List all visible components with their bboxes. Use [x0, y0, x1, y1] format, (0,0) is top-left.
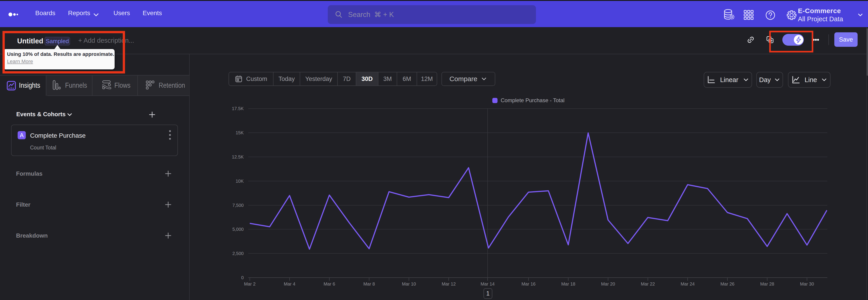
svg-text:Mar 14: Mar 14	[480, 281, 495, 287]
svg-text:Mar 12: Mar 12	[442, 281, 456, 287]
svg-text:Mar 20: Mar 20	[601, 281, 615, 287]
svg-text:Mar 24: Mar 24	[681, 281, 694, 287]
svg-text:0: 0	[241, 275, 244, 280]
svg-text:Mar 18: Mar 18	[561, 281, 575, 287]
svg-text:Mar 10: Mar 10	[402, 281, 416, 287]
svg-text:Mar 26: Mar 26	[720, 281, 735, 287]
svg-text:Mar 8: Mar 8	[363, 281, 375, 287]
svg-text:12.5K: 12.5K	[232, 154, 244, 159]
svg-text:5,000: 5,000	[232, 227, 244, 232]
svg-text:Mar 30: Mar 30	[800, 281, 814, 287]
svg-text:Mar 2: Mar 2	[244, 281, 255, 287]
svg-text:Mar 6: Mar 6	[323, 281, 335, 287]
svg-text:Mar 22: Mar 22	[641, 281, 655, 287]
svg-text:10K: 10K	[236, 179, 244, 184]
svg-text:17.5K: 17.5K	[232, 106, 244, 111]
svg-text:15K: 15K	[236, 130, 244, 135]
svg-text:2,500: 2,500	[232, 251, 244, 256]
svg-text:Mar 16: Mar 16	[522, 281, 535, 287]
svg-text:Mar 4: Mar 4	[284, 281, 295, 287]
svg-text:7,500: 7,500	[232, 203, 244, 208]
svg-text:Mar 28: Mar 28	[760, 281, 774, 287]
